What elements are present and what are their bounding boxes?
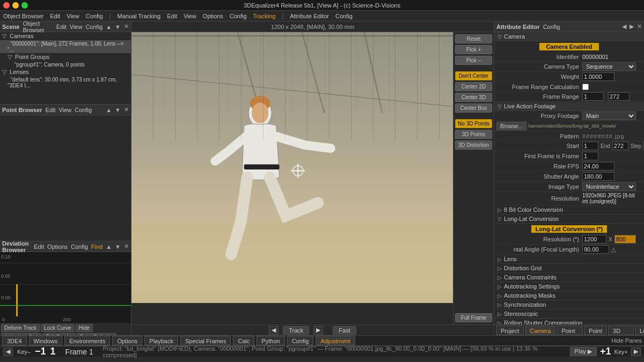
shutter-input[interactable] [582,172,614,181]
hide-btn[interactable]: Hide [76,324,93,332]
attr-proxy-select[interactable]: Main [582,112,636,120]
menu-tracking-edit[interactable]: Edit [167,13,177,19]
right-tab-project[interactable]: Project [496,326,524,335]
pt-collapse-up[interactable]: ▲ [106,107,112,113]
reset-btn[interactable]: Reset [455,34,492,43]
play-btn[interactable]: Play ▶ [570,347,597,356]
scene-config-menu[interactable]: Config [85,24,103,30]
dev-find-menu[interactable]: Find [91,243,103,250]
lock-curve-btn[interactable]: Lock Curve [41,324,75,332]
attr-next[interactable]: ▶ [630,23,634,30]
scene-view-menu[interactable]: View [70,24,83,30]
tab-special-frames[interactable]: Special Frames [180,336,231,345]
pick-minus-btn[interactable]: Pick – [455,56,492,65]
menu-tracking-config[interactable]: Config [230,13,247,19]
right-tab-camera[interactable]: Camera [525,326,555,335]
long-lat-section-header[interactable]: ▽ Long-Lat Conversion [494,215,644,224]
pick-plus-btn[interactable]: Pick + [455,45,492,54]
tab-windows[interactable]: Windows [29,336,63,345]
center-3d-btn[interactable]: Center 3D [455,93,492,102]
menu-attr-config[interactable]: Config [335,13,353,19]
track-next-btn[interactable]: ▶ [313,326,323,335]
dev-close-btn[interactable]: ✕ [124,243,129,250]
edit-tracks-btn[interactable]: Edit Tracks [42,333,75,335]
start-input[interactable] [582,142,598,150]
scene-collapse-down[interactable]: ▼ [115,24,121,30]
tab-3de4[interactable]: 3DE4 [2,336,27,345]
tree-pgroup[interactable]: "pgroup#1": Camera, 0 points [0,61,131,68]
maximize-button[interactable] [21,2,28,9]
tab-adjustment[interactable]: Adjustment [316,336,355,345]
right-tab-3d-model[interactable]: 3D Model [608,326,634,335]
pt-edit-menu[interactable]: Edit [46,107,56,113]
track-prev-btn[interactable]: ◀ [269,326,279,335]
scene-edit-menu[interactable]: Edit [56,24,67,30]
3d-distortion-btn[interactable]: 3D Distortion [455,141,492,150]
attr-camera-type-select[interactable]: Sequence [582,62,636,71]
scene-close-btn[interactable]: ✕ [124,23,129,30]
tree-camera-item[interactable]: "00000001": [Main], 272 Frames, 1.00, Le… [0,40,131,53]
live-action-section-header[interactable]: ▽ Live Action Footage [494,102,644,111]
menu-tracking-options[interactable]: Options [203,13,223,19]
dev-collapse-up[interactable]: ▲ [106,243,112,250]
tree-lens-item[interactable]: "default lens": 30.00 mm, 3.73 cm x 1.87… [0,76,131,89]
frame-range-start-input[interactable] [582,92,604,101]
pt-config-menu[interactable]: Config [75,107,92,113]
section-distortion-grid[interactable]: ▷ Distortion Grid [494,264,644,273]
dont-center-btn[interactable]: Don't Center [455,71,492,80]
pt-close-btn[interactable]: ✕ [124,106,129,113]
longlat-res-w-input[interactable] [582,235,606,243]
section-8bit[interactable]: ▷ 8 Bit Color Conversion [494,205,644,215]
3d-points-btn[interactable]: 3D Points [455,130,492,139]
tab-options[interactable]: Options [112,336,142,345]
track-btn[interactable]: Track [283,326,309,335]
camera-enabled-btn[interactable]: Camera Enabled [539,43,598,50]
menu-view[interactable]: View [67,13,79,19]
scene-obj-browser-menu[interactable]: Object Browser [23,21,53,33]
pt-view-menu[interactable]: View [59,107,72,113]
no-3d-points-btn[interactable]: No 3D Points [455,119,492,128]
attr-close[interactable]: ✕ [637,23,642,30]
tab-calc[interactable]: Calc [233,336,254,345]
menu-manual-tracking[interactable]: Manual Tracking [117,13,160,19]
focal-length-input[interactable] [582,245,609,254]
minimize-button[interactable] [12,2,19,9]
menu-config[interactable]: Config [86,13,103,19]
dev-config-menu[interactable]: Config [71,243,88,250]
deform-track-btn[interactable]: Deform Track [1,324,40,332]
attr-config-menu[interactable]: Config [543,24,560,30]
hide-panes-btn[interactable]: Hide Panes [611,337,642,344]
long-lat-btn[interactable]: Long-Lat Conversion (*) [531,225,607,233]
tab-environments[interactable]: Environments [64,336,110,345]
fps-input[interactable] [582,162,614,171]
center-box-btn[interactable]: Center Box [455,104,492,113]
fast-btn[interactable]: Fast [333,326,356,335]
section-lens[interactable]: ▷ Lens [494,255,644,264]
section-synchronization[interactable]: ▷ Synchronization [494,300,644,309]
menu-tracking-view[interactable]: View [184,13,196,19]
right-tab-point[interactable]: Point [584,326,607,335]
tab-python[interactable]: Python [257,336,284,345]
right-tab-lens[interactable]: Lens [635,326,644,335]
tab-playback[interactable]: Playback [144,336,178,345]
section-autotracking-settings[interactable]: ▷ Autotracking Settings [494,282,644,291]
section-camera-constraints[interactable]: ▷ Camera Constraints [494,273,644,282]
menu-edit[interactable]: Edit [50,13,60,19]
tree-cameras[interactable]: ▽ Cameras [0,32,131,40]
tab-config[interactable]: Config [287,336,314,345]
anim-img-ctrl-btn[interactable]: Anim.Img.Ctrl. [1,333,41,335]
dev-edit-menu[interactable]: Edit [34,243,44,250]
frame-range-end-input[interactable] [608,92,630,101]
center-2d-btn[interactable]: Center 2D [455,82,492,91]
frame-range-checkbox[interactable] [582,84,589,90]
pt-collapse-down[interactable]: ▼ [115,107,121,113]
close-button[interactable] [3,2,10,9]
scene-collapse-up[interactable]: ▲ [106,24,112,30]
section-stereoscopic[interactable]: ▷ Stereoscopic [494,309,644,319]
point-defaults-btn[interactable]: Point Defaults [77,333,116,335]
menu-object-browser[interactable]: Object Browser [3,13,43,19]
longlat-res-h-input[interactable] [614,235,636,243]
section-rolling-shutter[interactable]: ▷ Rolling Shutter Compensation [494,319,644,324]
attr-scroll-area[interactable]: Camera Enabled Identifier 00000001 Camer… [494,41,644,324]
first-frame-input[interactable] [582,152,598,160]
